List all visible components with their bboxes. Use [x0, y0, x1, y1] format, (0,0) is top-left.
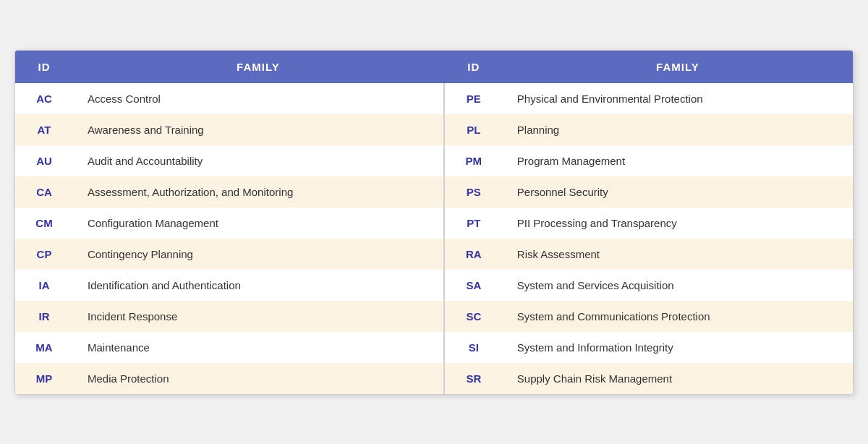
id-right: PE [445, 83, 503, 114]
family-right: Risk Assessment [503, 239, 853, 270]
family-left: Contingency Planning [73, 239, 443, 270]
family-right: Personnel Security [503, 176, 853, 208]
family-left: Audit and Accountability [73, 145, 443, 176]
id-left: MP [15, 363, 73, 394]
family-right: Physical and Environmental Protection [503, 83, 853, 114]
id-right: PM [445, 145, 503, 176]
id-left: IA [15, 270, 73, 301]
family-left: Identification and Authentication [73, 270, 443, 301]
header-family-right: FAMILY [503, 51, 853, 83]
table-row: MPMedia ProtectionSRSupply Chain Risk Ma… [15, 363, 853, 394]
id-left: AC [15, 83, 73, 114]
family-left: Media Protection [73, 363, 443, 394]
id-left: CA [15, 176, 73, 208]
id-left: CM [15, 208, 73, 239]
id-left: AU [15, 145, 73, 176]
family-left: Assessment, Authorization, and Monitorin… [73, 176, 443, 208]
id-left: IR [15, 301, 73, 332]
id-left: MA [15, 332, 73, 363]
id-right: PL [445, 114, 503, 145]
family-right: System and Services Acquisition [503, 270, 853, 301]
family-right: Supply Chain Risk Management [503, 363, 853, 394]
table-row: ATAwareness and TrainingPLPlanning [15, 114, 853, 145]
table-row: ACAccess ControlPEPhysical and Environme… [15, 83, 853, 114]
id-right: SR [445, 363, 503, 394]
control-families-table: ID FAMILY ID FAMILY ACAccess ControlPEPh… [15, 51, 853, 394]
table-row: CPContingency PlanningRARisk Assessment [15, 239, 853, 270]
id-right: RA [445, 239, 503, 270]
table-row: IAIdentification and AuthenticationSASys… [15, 270, 853, 301]
table-row: IRIncident ResponseSCSystem and Communic… [15, 301, 853, 332]
family-left: Configuration Management [73, 208, 443, 239]
id-left: CP [15, 239, 73, 270]
family-left: Access Control [73, 83, 443, 114]
id-right: PS [445, 176, 503, 208]
family-right: PII Processing and Transparency [503, 208, 853, 239]
main-table-container: ID FAMILY ID FAMILY ACAccess ControlPEPh… [14, 50, 854, 395]
table-header-row: ID FAMILY ID FAMILY [15, 51, 853, 83]
id-right: PT [445, 208, 503, 239]
table-row: CMConfiguration ManagementPTPII Processi… [15, 208, 853, 239]
family-right: Program Management [503, 145, 853, 176]
header-id-left: ID [15, 51, 73, 83]
family-right: System and Information Integrity [503, 332, 853, 363]
table-row: AUAudit and AccountabilityPMProgram Mana… [15, 145, 853, 176]
header-family-left: FAMILY [73, 51, 443, 83]
id-left: AT [15, 114, 73, 145]
family-right: System and Communications Protection [503, 301, 853, 332]
id-right: SI [445, 332, 503, 363]
family-right: Planning [503, 114, 853, 145]
table-row: MAMaintenanceSISystem and Information In… [15, 332, 853, 363]
family-left: Maintenance [73, 332, 443, 363]
family-left: Awareness and Training [73, 114, 443, 145]
family-left: Incident Response [73, 301, 443, 332]
table-row: CAAssessment, Authorization, and Monitor… [15, 176, 853, 208]
id-right: SC [445, 301, 503, 332]
table-body: ACAccess ControlPEPhysical and Environme… [15, 83, 853, 394]
id-right: SA [445, 270, 503, 301]
header-id-right: ID [445, 51, 503, 83]
